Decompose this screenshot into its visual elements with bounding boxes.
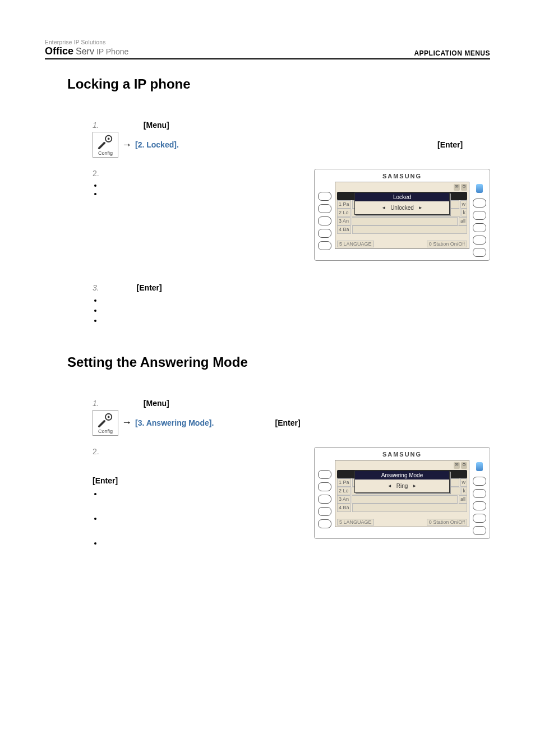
softkey[interactable]	[473, 248, 486, 257]
step2-text: Select lock/unlock by using the directio…	[102, 169, 267, 178]
config-icon: Config	[93, 132, 118, 158]
enter-key: [Enter]	[275, 418, 301, 427]
device-mock-answering: SAMSUNG ✉⚙ Configuration 1 Paw	[314, 447, 490, 539]
popup-title: Locked	[355, 193, 449, 201]
device-screen: ✉⚙ Configuration 1 Paw 2 Lok 3 Anall 4 B…	[335, 182, 469, 249]
brand-mid: Serv	[76, 47, 94, 57]
softkey[interactable]	[318, 229, 331, 238]
left-arrow-icon[interactable]: ◄	[381, 205, 386, 210]
right-softkeys	[473, 460, 486, 535]
left-arrow-icon[interactable]: ◄	[388, 483, 392, 488]
section2-step1: 1. Press the [Menu] button to display th…	[93, 399, 490, 408]
step2-text: Select the answering mode by using the n…	[93, 447, 279, 465]
menu-path-answering: [3. Answering Mode].	[135, 418, 214, 427]
step-number: 3.	[93, 283, 99, 292]
document-page: Enterprise IP Solutions OfficeServ IP Ph…	[0, 0, 535, 587]
softkey[interactable]	[473, 514, 486, 523]
section2-title: Setting the Answering Mode	[67, 354, 490, 370]
softkey[interactable]	[473, 236, 486, 245]
section1-step1: 1. Press the [Menu] button to display th…	[93, 121, 490, 130]
row-cell: w	[460, 200, 468, 209]
popup-title: Answering Mode	[355, 471, 449, 480]
row-cell: 2 Lo	[337, 487, 350, 495]
row-cell: k	[462, 209, 468, 217]
menu-path-locked: [2. Locked].	[135, 140, 179, 149]
note-item: A confirmation message on configuration …	[103, 296, 490, 306]
arrow-icon: →	[122, 417, 132, 428]
softkey[interactable]	[318, 192, 331, 201]
bottom-right-label: 0 Station On/Off	[427, 241, 467, 247]
section1-intro: This function allows the user to set the…	[93, 103, 479, 115]
step1-text-c: Then, press the	[182, 140, 434, 149]
softkey[interactable]	[473, 199, 486, 208]
section1-title: Locking a IP phone	[67, 76, 490, 92]
enter-key: [Enter]	[137, 283, 162, 292]
step-number: 1.	[93, 399, 99, 408]
softkey[interactable]	[473, 526, 486, 535]
right-arrow-icon[interactable]: ►	[418, 205, 423, 210]
brand-tagline: Enterprise IP Solutions	[45, 39, 128, 45]
row-cell: k	[462, 487, 468, 495]
wrench-gear-icon	[97, 133, 114, 150]
config-icon: Config	[93, 410, 118, 436]
softkey[interactable]	[318, 204, 331, 213]
step1-text-a: Press the	[107, 399, 140, 408]
wrench-gear-icon	[97, 412, 114, 428]
config-icon-label: Config	[98, 150, 113, 156]
row-cell: all	[459, 217, 467, 225]
lock-option-locked-all: Locked All	[103, 190, 297, 198]
brand-bold: Office	[45, 45, 73, 57]
bottom-right-label: 0 Station On/Off	[427, 519, 467, 525]
section2-intro: This function allows the user to set the…	[93, 381, 479, 393]
device-screen: ✉⚙ Configuration 1 Paw 2 Lok 3 Anall 4 B…	[335, 460, 469, 527]
softkey[interactable]	[318, 495, 331, 504]
popup-value: Unlocked	[390, 205, 414, 211]
row-cell: 2 Lo	[337, 209, 350, 217]
popup-value: Ring	[396, 483, 408, 489]
softkey[interactable]	[473, 223, 486, 232]
led-indicator	[476, 184, 483, 193]
section2-step2-row: 2. Select the answering mode by using th…	[93, 447, 490, 564]
svg-point-1	[108, 138, 110, 140]
note-item: The default password is 1234.	[103, 316, 490, 326]
popup-answering: Answering Mode ◄ Ring ►	[354, 471, 450, 493]
right-softkeys	[473, 182, 486, 257]
step-number: 2.	[93, 447, 99, 456]
step1-text-b: button to display the main menu and sele…	[173, 399, 335, 408]
row-cell: 1 Pa	[337, 200, 351, 209]
step2-end: button.	[120, 476, 144, 485]
section1-step2-text: 2. Select lock/unlock by using the direc…	[93, 169, 297, 198]
step1-text-d: button.	[304, 418, 328, 427]
left-softkeys	[318, 182, 331, 257]
softkey[interactable]	[473, 211, 486, 220]
softkey[interactable]	[318, 507, 331, 516]
step-number: 1.	[93, 121, 99, 130]
row-cell: 4 Ba	[337, 504, 351, 512]
brand-main: OfficeServ IP Phone	[45, 45, 128, 57]
softkey[interactable]	[318, 482, 331, 491]
step1-text-d: button.	[466, 140, 490, 149]
step1-text-a: Press the	[107, 121, 140, 130]
softkey[interactable]	[318, 216, 331, 225]
enter-key: [Enter]	[437, 140, 463, 149]
softkey[interactable]	[473, 489, 486, 498]
softkey[interactable]	[318, 470, 331, 479]
lock-options-list: Unlocked Locked All	[103, 181, 297, 198]
section2-step2-text: 2. Select the answering mode by using th…	[93, 447, 297, 564]
mode-voice-announce: Voice Announce : After the phone rings, …	[103, 539, 297, 564]
header-section-label: APPLICATION MENUS	[414, 49, 490, 57]
menu-key: [Menu]	[144, 399, 169, 408]
popup-value-row[interactable]: ◄ Unlocked ►	[355, 201, 449, 214]
softkey[interactable]	[318, 241, 331, 250]
popup-value-row[interactable]: ◄ Ring ►	[355, 480, 449, 492]
softkey[interactable]	[473, 501, 486, 510]
softkey[interactable]	[318, 519, 331, 528]
step1-text-b: button to display the main menu and sele…	[173, 121, 335, 130]
step-number: 2.	[93, 169, 99, 178]
mode-ring: Ring : When a call is received, a ring i…	[103, 490, 297, 506]
answering-modes-list: Ring : When a call is received, a ring i…	[103, 490, 297, 564]
row-cell: 3 An	[337, 217, 350, 225]
softkey[interactable]	[473, 477, 486, 486]
left-softkeys	[318, 460, 331, 535]
right-arrow-icon[interactable]: ►	[412, 483, 417, 488]
